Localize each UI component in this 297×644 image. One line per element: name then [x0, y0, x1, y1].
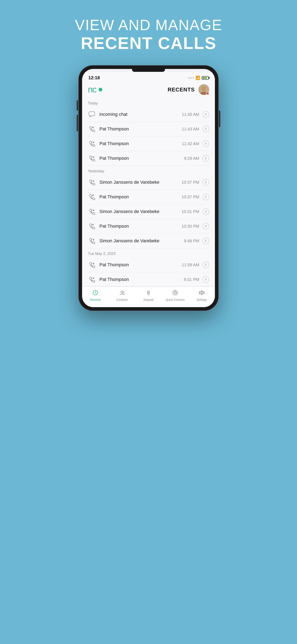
nav-label-keypad: Keypad: [144, 298, 153, 301]
status-bar: 12:18 📶 ⚡: [82, 72, 215, 82]
section-header-0: Today: [82, 98, 215, 107]
call-contact-name: Pat Thompson: [99, 262, 182, 268]
nav-label-recents: Recents: [90, 298, 101, 301]
nav-label-quick-connect: Quick Connect: [166, 298, 185, 301]
call-timestamp: 9:31 PM: [184, 277, 199, 282]
call-timestamp: 11:45 AM: [182, 112, 199, 117]
call-contact-name: Pat Thompson: [99, 194, 182, 200]
info-button[interactable]: i: [203, 179, 209, 186]
call-timestamp: 10:30 PM: [182, 224, 199, 229]
call-timestamp: 10:31 PM: [182, 209, 199, 214]
call-item[interactable]: Pat Thompson10:30 PMi: [82, 219, 215, 234]
info-button[interactable]: i: [203, 238, 209, 244]
svg-point-24: [148, 292, 149, 293]
call-item[interactable]: Pat Thompson10:37 PMi: [82, 190, 215, 204]
hero-line2: RECENT CALLS: [75, 34, 222, 53]
info-button[interactable]: i: [203, 155, 209, 162]
call-contact-name: Pat Thompson: [99, 277, 184, 282]
call-timestamp: 11:42 AM: [182, 142, 199, 146]
info-button[interactable]: i: [203, 276, 209, 283]
svg-point-5: [204, 88, 205, 88]
section-header-2: Tue May 2, 2023: [82, 248, 215, 258]
bottom-nav: RecentsContactsKeypadQuick ConnectSettin…: [82, 287, 215, 307]
call-item[interactable]: Simon Janssens de Varebeke10:37 PMi: [82, 175, 215, 190]
hero-section: VIEW AND MANAGE RECENT CALLS: [75, 16, 222, 53]
svg-point-3: [202, 86, 206, 90]
quick-connect-icon: [172, 290, 178, 297]
call-timestamp: 11:43 AM: [182, 127, 199, 132]
svg-point-21: [148, 291, 149, 292]
phone-outer: 12:18 📶 ⚡: [78, 65, 219, 311]
wifi-icon: 📶: [196, 76, 200, 80]
svg-point-23: [147, 292, 148, 293]
call-type-icon: [88, 276, 96, 284]
call-type-icon: [88, 125, 96, 133]
call-type-icon: [88, 110, 96, 118]
call-type-icon: [88, 154, 96, 162]
notification-badge: [206, 92, 209, 95]
call-timestamp: 9:29 AM: [184, 156, 199, 161]
info-button[interactable]: i: [203, 111, 209, 118]
call-contact-name: Pat Thompson: [99, 141, 182, 146]
app-header: nc RECENTS: [82, 82, 215, 98]
phone-wrapper: 12:18 📶 ⚡: [78, 65, 219, 350]
info-button[interactable]: i: [203, 223, 209, 230]
svg-point-25: [149, 292, 150, 293]
nav-label-settings: Settings: [196, 298, 207, 301]
call-timestamp: 10:37 PM: [182, 195, 199, 200]
call-contact-name: Simon Janssens de Varebeke: [99, 238, 184, 244]
hero-line1: VIEW AND MANAGE: [75, 16, 222, 34]
status-icons: 📶 ⚡: [188, 76, 209, 80]
call-contact-name: Simon Janssens de Varebeke: [99, 209, 182, 214]
info-button[interactable]: i: [203, 194, 209, 200]
contacts-icon: [119, 290, 125, 297]
keypad-icon: [146, 290, 151, 297]
info-button[interactable]: i: [203, 208, 209, 215]
nav-item-contacts[interactable]: Contacts: [109, 290, 135, 301]
svg-point-29: [148, 294, 149, 295]
call-type-icon: [88, 140, 96, 148]
phone-notch: [132, 69, 165, 72]
nav-label-contacts: Contacts: [116, 298, 128, 301]
call-type-icon: [88, 193, 96, 201]
nav-item-quick-connect[interactable]: Quick Connect: [162, 290, 188, 301]
nav-item-settings[interactable]: Settings: [188, 290, 215, 301]
call-item[interactable]: Pat Thompson11:59 AMi: [82, 258, 215, 272]
call-contact-name: Pat Thompson: [99, 224, 182, 229]
info-button[interactable]: i: [203, 126, 209, 132]
call-item[interactable]: Pat Thompson9:29 AMi: [82, 151, 215, 166]
svg-point-26: [147, 293, 148, 294]
nav-item-keypad[interactable]: Keypad: [135, 290, 162, 301]
signal-icon: [188, 78, 194, 78]
call-item[interactable]: Pat Thompson9:31 PMi: [82, 272, 215, 287]
online-status-dot: [99, 88, 102, 92]
battery-icon: ⚡: [202, 76, 209, 80]
info-button[interactable]: i: [203, 140, 209, 147]
call-item[interactable]: Pat Thompson11:42 AMi: [82, 136, 215, 151]
volume-up-button: [77, 100, 78, 111]
nav-item-recents[interactable]: Recents: [82, 290, 109, 301]
volume-down-button: [77, 115, 78, 131]
call-contact-name: Pat Thompson: [99, 156, 184, 161]
call-item[interactable]: Pat Thompson11:43 AMi: [82, 122, 215, 136]
call-item[interactable]: Simon Janssens de Varebeke10:31 PMi: [82, 204, 215, 219]
call-type-icon: [88, 208, 96, 216]
call-item[interactable]: incoming chat11:45 AMi: [82, 107, 215, 122]
calls-list: Today incoming chat11:45 AMi Pat Thompso…: [82, 98, 215, 287]
call-timestamp: 10:37 PM: [182, 180, 199, 185]
call-contact-name: incoming chat: [99, 112, 182, 117]
svg-point-4: [203, 88, 203, 88]
phone-screen: 12:18 📶 ⚡: [82, 69, 215, 307]
app-logo: nc: [88, 85, 96, 94]
call-type-icon: [88, 261, 96, 269]
call-contact-name: Simon Janssens de Varebeke: [99, 180, 182, 185]
avatar[interactable]: [198, 84, 209, 95]
call-item[interactable]: Simon Janssens de Varebeke9:48 PMi: [82, 234, 215, 248]
call-type-icon: [88, 222, 96, 230]
header-right: RECENTS: [168, 84, 209, 95]
settings-icon: [199, 290, 205, 297]
info-button[interactable]: i: [203, 262, 209, 268]
svg-point-20: [147, 291, 148, 292]
power-button: [219, 111, 220, 127]
status-time: 12:18: [88, 75, 100, 80]
